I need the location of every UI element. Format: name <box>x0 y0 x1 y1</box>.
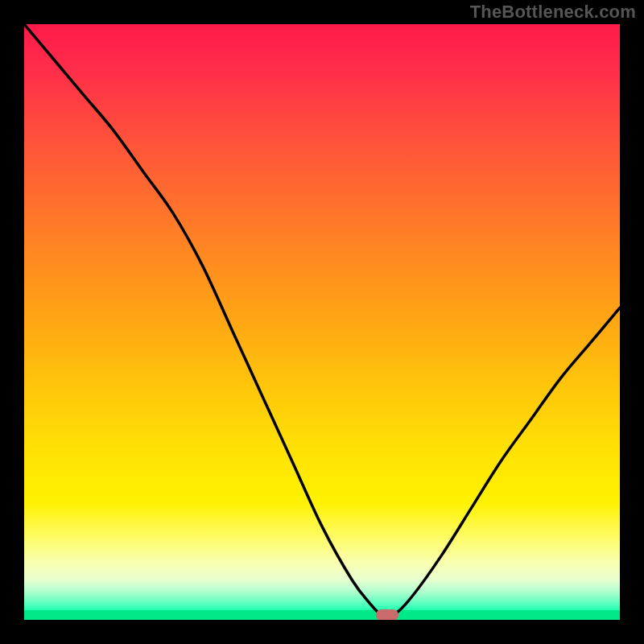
optimal-point-marker <box>376 609 398 620</box>
chart-frame: TheBottleneck.com <box>0 0 644 644</box>
plot-area <box>24 24 620 620</box>
bottleneck-curve <box>24 24 620 620</box>
curve-path <box>24 24 620 617</box>
watermark-text: TheBottleneck.com <box>470 2 636 23</box>
